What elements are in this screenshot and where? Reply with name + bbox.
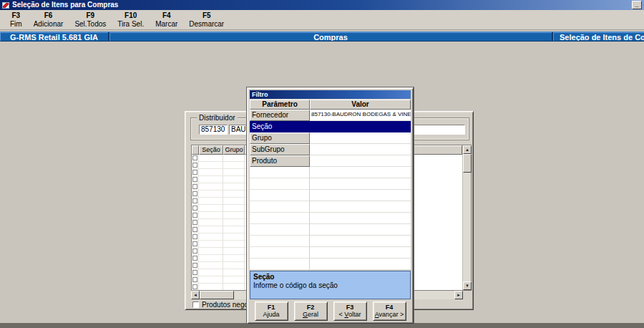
toolbar-button-f6[interactable]: F6Adicionar bbox=[32, 11, 65, 28]
grid-cell bbox=[223, 269, 245, 276]
function-key-toolbar: F3FimF6AdicionarF9Sel.TodosF10Tira Sel.F… bbox=[0, 10, 644, 30]
grid-cell bbox=[199, 198, 223, 205]
filter-param-cell[interactable]: Fornecedor bbox=[250, 110, 310, 121]
row-checkbox[interactable] bbox=[192, 234, 197, 239]
grid-cell bbox=[192, 255, 199, 262]
filter-value-cell[interactable]: 857130-BAUDRON BODEGAS & VINEDOS S.A bbox=[310, 110, 411, 121]
scroll-up-button[interactable]: ▲ bbox=[463, 145, 472, 154]
filter-value-cell bbox=[310, 190, 411, 201]
row-checkbox[interactable] bbox=[192, 155, 197, 160]
grid-cell bbox=[199, 176, 223, 183]
row-checkbox[interactable] bbox=[192, 170, 197, 175]
filter-value-cell bbox=[310, 213, 411, 224]
grid-cell bbox=[192, 226, 199, 233]
filter-param-cell bbox=[250, 167, 310, 178]
row-checkbox[interactable] bbox=[192, 220, 197, 225]
toolbar-button-f3[interactable]: F3Fim bbox=[9, 11, 24, 28]
toolbar-button-f5[interactable]: F5Desmarcar bbox=[187, 11, 225, 28]
filter-param-cell bbox=[250, 201, 310, 213]
grid-cell bbox=[223, 233, 245, 241]
row-checkbox[interactable] bbox=[192, 263, 197, 268]
row-checkbox[interactable] bbox=[192, 198, 197, 203]
row-checkbox[interactable] bbox=[192, 277, 197, 282]
row-checkbox[interactable] bbox=[192, 184, 197, 189]
grid-cell bbox=[192, 162, 199, 169]
dialog-button-f4[interactable]: F4Avançar > bbox=[373, 302, 406, 321]
filter-value-cell[interactable] bbox=[310, 155, 411, 167]
dialog-button-f1[interactable]: F1Ajuda bbox=[255, 302, 288, 321]
filter-value-cell[interactable] bbox=[310, 121, 411, 132]
vertical-scrollbar[interactable]: ▲ ▼ bbox=[462, 145, 471, 290]
toolbar-text-label: Fim bbox=[10, 20, 22, 28]
window-title: Seleção de Itens para Compras bbox=[12, 0, 118, 10]
grid-cell bbox=[192, 155, 199, 162]
row-checkbox[interactable] bbox=[192, 191, 197, 196]
banner-app-version: G-RMS Retail 5.681 GIA bbox=[0, 32, 109, 41]
grid-cell bbox=[199, 219, 223, 226]
minimize-button[interactable]: _ bbox=[632, 1, 642, 9]
vscroll-thumb[interactable] bbox=[463, 154, 472, 173]
row-checkbox[interactable] bbox=[192, 213, 197, 218]
row-checkbox[interactable] bbox=[192, 206, 197, 211]
filter-row[interactable]: Produto bbox=[250, 155, 411, 167]
toolbar-key-label: F3 bbox=[10, 11, 22, 20]
vscroll-track[interactable] bbox=[463, 173, 471, 281]
dialog-button-f2[interactable]: F2Geral bbox=[294, 302, 328, 321]
row-checkbox[interactable] bbox=[192, 227, 197, 232]
distribuidor-code-field[interactable]: 857130 bbox=[199, 125, 228, 135]
grid-cell bbox=[192, 219, 199, 226]
hscroll-thumb[interactable] bbox=[200, 291, 234, 299]
filter-row[interactable]: SubGrupo bbox=[250, 144, 411, 155]
grid-cell bbox=[192, 248, 199, 255]
filter-row[interactable]: Seção bbox=[250, 121, 411, 132]
banner-module-title: Compras bbox=[109, 32, 553, 41]
row-checkbox[interactable] bbox=[192, 241, 197, 246]
grid-cell bbox=[223, 176, 245, 183]
filter-param-cell bbox=[250, 224, 310, 236]
filter-param-cell[interactable]: Seção bbox=[250, 121, 310, 132]
toolbar-button-f4[interactable]: F4Marcar bbox=[154, 11, 179, 28]
dialog-button-f3[interactable]: F3< Voltar bbox=[333, 302, 367, 321]
filter-rows: Fornecedor857130-BAUDRON BODEGAS & VINED… bbox=[250, 110, 411, 270]
scroll-left-button[interactable]: ◄ bbox=[191, 291, 200, 299]
filter-param-cell[interactable]: Produto bbox=[250, 155, 310, 167]
grid-cell bbox=[199, 241, 223, 248]
row-checkbox[interactable] bbox=[192, 270, 197, 275]
field-help-title: Seção bbox=[253, 273, 407, 281]
filter-value-cell[interactable] bbox=[310, 132, 411, 144]
toolbar-text-label: Tira Sel. bbox=[117, 20, 144, 28]
toolbar-key-label: F10 bbox=[117, 11, 144, 20]
row-checkbox[interactable] bbox=[192, 249, 197, 254]
toolbar-button-f9[interactable]: F9Sel.Todos bbox=[73, 11, 107, 28]
grid-header-select-col bbox=[192, 145, 199, 155]
filter-row[interactable]: Grupo bbox=[250, 132, 411, 144]
filter-row[interactable]: Fornecedor857130-BAUDRON BODEGAS & VINED… bbox=[250, 110, 411, 121]
grid-cell bbox=[199, 255, 223, 262]
row-checkbox[interactable] bbox=[192, 256, 197, 261]
grid-cell bbox=[223, 241, 245, 248]
filter-empty-row bbox=[250, 224, 411, 236]
toolbar-text-label: Marcar bbox=[155, 20, 177, 28]
row-checkbox[interactable] bbox=[192, 163, 197, 168]
filter-dialog-titlebar[interactable]: Filtro bbox=[250, 90, 411, 99]
grid-cell bbox=[223, 169, 245, 176]
grid-cell bbox=[192, 284, 199, 290]
filter-empty-row bbox=[250, 167, 411, 178]
filter-param-cell[interactable]: Grupo bbox=[250, 132, 310, 144]
filter-value-cell bbox=[310, 259, 411, 270]
dialog-button-label: Ajuda bbox=[255, 311, 288, 319]
grid-cell bbox=[192, 269, 199, 276]
toolbar-button-f10[interactable]: F10Tira Sel. bbox=[116, 11, 145, 28]
filter-value-cell[interactable] bbox=[310, 144, 411, 155]
row-checkbox[interactable] bbox=[192, 284, 197, 289]
filter-param-cell[interactable]: SubGrupo bbox=[250, 144, 310, 155]
scroll-down-button[interactable]: ▼ bbox=[463, 281, 472, 290]
banner-screen-title: Seleção de Itens de Compra bbox=[553, 32, 644, 41]
grid-cell bbox=[199, 276, 223, 284]
filter-param-cell bbox=[250, 178, 310, 190]
grid-column-header[interactable]: Grupo bbox=[223, 145, 245, 155]
scroll-right-button[interactable]: ► bbox=[454, 291, 463, 299]
row-checkbox[interactable] bbox=[192, 177, 197, 182]
grid-column-header[interactable]: Seção bbox=[199, 145, 223, 155]
produtos-negociados-checkbox[interactable] bbox=[192, 302, 199, 308]
